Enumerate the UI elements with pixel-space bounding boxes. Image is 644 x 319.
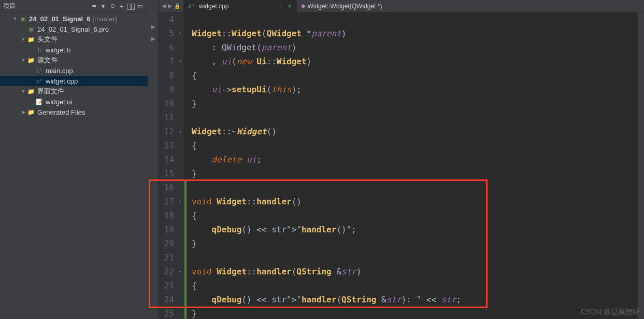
add-icon[interactable]: + [118,2,126,10]
chevron-down-icon: ▼ [20,36,27,43]
project-sidebar: 项目 ≑ ▼ ⊙ + ▭ ▼ ▣ 24_02_01_Signal_6 [mast… [0,0,148,319]
tree-folder-headers[interactable]: ▼ 📁 头文件 [0,34,148,45]
folder-icon: 📁 [27,87,35,95]
sidebar-header: 项目 ≑ ▼ ⊙ + ▭ [0,0,148,12]
chevron-right-icon[interactable]: ▶ [151,24,155,30]
nav-fwd-icon[interactable]: ▶ [168,3,172,9]
cpp-file-icon: c⁺ [189,3,196,10]
sync-icon[interactable]: ⊙ [108,2,117,10]
nav-back-icon[interactable]: ◀ [162,3,166,9]
tree-project-root[interactable]: ▼ ▣ 24_02_01_Signal_6 [master] [0,13,148,24]
tree-file-widget-ui[interactable]: 📝 widget.ui [0,96,148,107]
sidebar-tools: ≑ ▼ ⊙ + ▭ [90,2,145,10]
fold-strip: ▾▾▾▾▾ [177,12,184,319]
tree-pro-file[interactable]: ▣ 24_02_01_Signal_6.pro [0,24,148,34]
tree-folder-sources[interactable]: ▼ 📁 源文件 [0,55,148,65]
project-label: 24_02_01_Signal_6 [29,15,91,23]
filter-icon[interactable]: ▼ [99,2,107,10]
code-body[interactable]: Widget::Widget(QWidget *parent) : QWidge… [187,12,638,319]
chevron-down-icon: ▼ [20,57,27,64]
fold-icon[interactable]: ▾ [178,269,183,274]
method-icon: ◆ [301,3,305,9]
cpp-file-icon: c⁺ [35,77,44,85]
symbol-breadcrumb[interactable]: ◆ Widget::Widget(QWidget *) [297,3,386,10]
tree-folder-generated[interactable]: ▶ 📁 Generated Files [0,107,148,117]
chevron-down-icon: ▼ [11,15,19,22]
line-number-gutter: 4567891011121314151617181920212223242526 [159,12,177,319]
breadcrumb-label: Widget::Widget(QWidget *) [307,3,382,10]
pro-file-icon: ▣ [27,25,35,33]
code-editor[interactable]: 4567891011121314151617181920212223242526… [159,12,644,319]
fold-icon[interactable]: ▾ [178,199,183,204]
split-h-icon[interactable]: ▭ [136,2,145,10]
project-branch: [master] [93,15,117,23]
editor-area: ◀ ▶ 🔒 c⁺ widget.cpp ≑ × ◆ Widget::Widget… [159,0,644,319]
tree-file-main-cpp[interactable]: c⁺ main.cpp [0,65,148,76]
watermark: CSDN @是奈思呀 [581,308,640,317]
lock-icon[interactable]: 🔒 [174,3,180,9]
sidebar-title: 项目 [3,2,90,10]
overview-ruler [638,12,644,319]
ui-file-icon: 📝 [35,98,44,106]
tree-folder-forms[interactable]: ▼ 📁 界面文件 [0,86,148,96]
tab-dropdown-icon[interactable]: ≑ [278,4,282,9]
chevron-right-icon: ▶ [20,108,27,116]
dropdown-icon[interactable]: ≑ [90,2,98,10]
folder-icon: 📁 [27,35,35,44]
close-icon[interactable]: × [288,3,291,10]
tab-widget-cpp[interactable]: c⁺ widget.cpp ≑ × [183,0,297,12]
tree-file-widget-cpp[interactable]: c⁺ widget.cpp [0,76,148,86]
tab-label: widget.cpp [199,3,228,10]
header-file-icon: h [35,46,44,54]
editor-tabbar: ◀ ▶ 🔒 c⁺ widget.cpp ≑ × ◆ Widget::Widget… [159,0,644,12]
tool-window-bar: ▶ ▶ [148,0,159,319]
folder-icon: 📁 [27,56,35,64]
tree-file-widget-h[interactable]: h widget.h [0,45,148,55]
project-tree: ▼ ▣ 24_02_01_Signal_6 [master] ▣ 24_02_0… [0,12,148,319]
folder-icon: 📁 [27,108,35,116]
chevron-right-icon[interactable]: ▶ [151,36,155,41]
split-v-icon[interactable] [127,2,135,10]
project-icon: ▣ [19,15,27,23]
fold-icon[interactable]: ▾ [178,129,183,134]
cpp-file-icon: c⁺ [35,66,44,75]
tab-nav: ◀ ▶ 🔒 [159,3,183,9]
chevron-down-icon: ▼ [20,88,27,95]
fold-icon[interactable]: ▾ [178,31,183,36]
fold-icon[interactable]: ▾ [178,59,183,64]
